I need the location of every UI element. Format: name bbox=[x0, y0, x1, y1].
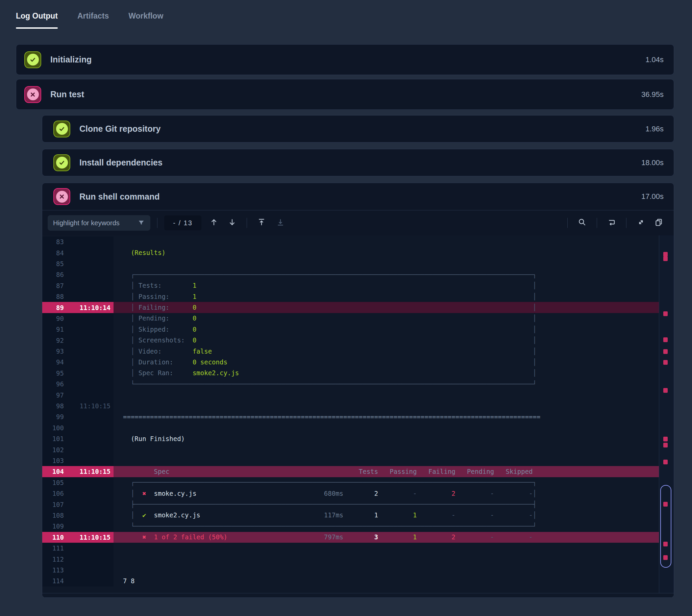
step-initializing[interactable]: Initializing1.04s bbox=[16, 44, 674, 75]
line-number[interactable]: 108 bbox=[42, 512, 64, 519]
status-success-icon bbox=[24, 51, 41, 68]
line-content bbox=[113, 422, 659, 433]
line-content: │ Screenshots: 0 │ bbox=[113, 335, 659, 346]
log-line-108: 108 │ ✔ smoke2.cy.js 117ms 1 1 - - -│ bbox=[42, 510, 659, 521]
status-dot bbox=[27, 88, 39, 100]
line-content: (Results) bbox=[113, 247, 659, 258]
match-marker[interactable] bbox=[663, 349, 668, 354]
log-line-gutter: 108 bbox=[42, 510, 113, 521]
log-line-88: 88 │ Passing: 1 │ bbox=[42, 291, 659, 302]
highlight-keywords-input[interactable]: Highlight for keywords bbox=[48, 215, 150, 231]
match-marker[interactable] bbox=[663, 437, 668, 441]
step-label: Install dependencies bbox=[80, 158, 163, 168]
search-button[interactable] bbox=[575, 215, 590, 231]
status-failed-icon bbox=[24, 86, 41, 103]
toolbar-divider bbox=[567, 218, 568, 228]
match-marker[interactable] bbox=[663, 443, 668, 447]
line-content: │ Failing: 0 │ bbox=[113, 302, 659, 313]
line-number[interactable]: 100 bbox=[42, 424, 64, 432]
line-number[interactable]: 88 bbox=[42, 293, 64, 300]
line-number[interactable]: 92 bbox=[42, 337, 64, 344]
line-number[interactable]: 112 bbox=[42, 555, 64, 563]
line-number[interactable]: 90 bbox=[42, 315, 64, 322]
line-number[interactable]: 109 bbox=[42, 523, 64, 530]
line-number[interactable]: 95 bbox=[42, 370, 64, 377]
copy-log-button[interactable] bbox=[651, 215, 666, 231]
line-number[interactable]: 91 bbox=[42, 326, 64, 333]
toolbar-divider bbox=[626, 218, 626, 228]
line-number[interactable]: 84 bbox=[42, 249, 64, 257]
line-number[interactable]: 106 bbox=[42, 490, 64, 497]
line-number[interactable]: 83 bbox=[42, 238, 64, 245]
log-line-gutter: 113 bbox=[42, 565, 113, 575]
log-line-103: 103 bbox=[42, 455, 659, 466]
line-number[interactable]: 99 bbox=[42, 413, 64, 420]
line-number[interactable]: 101 bbox=[42, 435, 64, 442]
minimap-scrollbar[interactable] bbox=[659, 235, 674, 593]
status-dot bbox=[56, 157, 68, 169]
line-number[interactable]: 89 bbox=[42, 304, 64, 311]
tab-log-output[interactable]: Log Output bbox=[16, 12, 58, 29]
step-run-shell-command[interactable]: Run shell command17.00s bbox=[42, 183, 674, 211]
line-number[interactable]: 96 bbox=[42, 380, 64, 388]
line-number[interactable]: 94 bbox=[42, 358, 64, 366]
tab-artifacts[interactable]: Artifacts bbox=[78, 12, 109, 29]
line-content: │ Video: false │ bbox=[113, 346, 659, 357]
line-number[interactable]: 97 bbox=[42, 391, 64, 399]
log-line-gutter: 96 bbox=[42, 379, 113, 389]
log-line-102: 102 bbox=[42, 444, 659, 455]
next-match-button[interactable] bbox=[224, 215, 240, 231]
log-line-gutter: 94 bbox=[42, 357, 113, 368]
line-content bbox=[113, 543, 659, 553]
log-line-gutter: 99 bbox=[42, 411, 113, 422]
line-number[interactable]: 86 bbox=[42, 271, 64, 278]
log-output-area: 8384 (Results)8586 ┌────────────────────… bbox=[42, 235, 674, 593]
line-number[interactable]: 104 bbox=[42, 468, 64, 475]
scroll-to-bottom-button[interactable] bbox=[273, 215, 288, 231]
horizontal-scrollbar-track[interactable] bbox=[42, 593, 674, 597]
line-number[interactable]: 102 bbox=[42, 446, 64, 454]
log-line-95: 95 │ Spec Ran: smoke2.cy.js │ bbox=[42, 368, 659, 379]
line-number[interactable]: 107 bbox=[42, 501, 64, 508]
tab-bar: Log OutputArtifactsWorkflow bbox=[16, 12, 674, 29]
step-duration: 36.95s bbox=[641, 90, 664, 99]
status-success-icon bbox=[53, 120, 70, 137]
line-number[interactable]: 93 bbox=[42, 348, 64, 355]
line-number[interactable]: 98 bbox=[42, 402, 64, 410]
line-number[interactable]: 114 bbox=[42, 577, 64, 585]
log-line-gutter: 83 bbox=[42, 236, 113, 247]
step-clone-git-repository[interactable]: Clone Git repository1.96s bbox=[42, 115, 674, 142]
step-run-test[interactable]: Run test36.95s bbox=[16, 79, 674, 110]
line-content: │ Duration: 0 seconds │ bbox=[113, 357, 659, 368]
scroll-to-top-button[interactable] bbox=[254, 215, 269, 231]
line-number[interactable]: 103 bbox=[42, 457, 64, 464]
line-number[interactable]: 111 bbox=[42, 544, 64, 552]
fullscreen-button[interactable] bbox=[633, 215, 649, 231]
match-marker[interactable] bbox=[663, 388, 668, 393]
line-content: ✖ 1 of 2 failed (50%) 797ms 3 1 2 - - bbox=[113, 532, 659, 543]
line-number[interactable]: 113 bbox=[42, 566, 64, 574]
line-number[interactable]: 85 bbox=[42, 260, 64, 267]
step-label: Initializing bbox=[50, 55, 91, 65]
match-marker[interactable] bbox=[663, 360, 668, 365]
log-line-89: 8911:10:14 │ Failing: 0 │ bbox=[42, 302, 659, 313]
match-marker[interactable] bbox=[663, 256, 668, 261]
log-lines: 8384 (Results)8586 ┌────────────────────… bbox=[42, 235, 659, 587]
scrollbar-thumb[interactable] bbox=[660, 485, 671, 568]
step-install-dependencies[interactable]: Install dependencies18.00s bbox=[42, 149, 674, 176]
match-marker[interactable] bbox=[663, 460, 668, 464]
line-number[interactable]: 105 bbox=[42, 479, 64, 486]
log-line-gutter: 106 bbox=[42, 488, 113, 499]
match-marker[interactable] bbox=[663, 311, 668, 316]
log-line-gutter: 95 bbox=[42, 368, 113, 379]
log-line-83: 83 bbox=[42, 236, 659, 247]
line-number[interactable]: 87 bbox=[42, 282, 64, 289]
wrap-lines-button[interactable] bbox=[604, 215, 619, 231]
match-marker[interactable] bbox=[663, 337, 668, 342]
line-content: │ ✖ smoke.cy.js 680ms 2 - 2 - -│ bbox=[113, 488, 659, 499]
previous-match-button[interactable] bbox=[206, 215, 222, 231]
match-marker[interactable] bbox=[663, 252, 668, 257]
line-number[interactable]: 110 bbox=[42, 534, 64, 541]
log-line-gutter: 101 bbox=[42, 433, 113, 444]
tab-workflow[interactable]: Workflow bbox=[128, 12, 163, 29]
